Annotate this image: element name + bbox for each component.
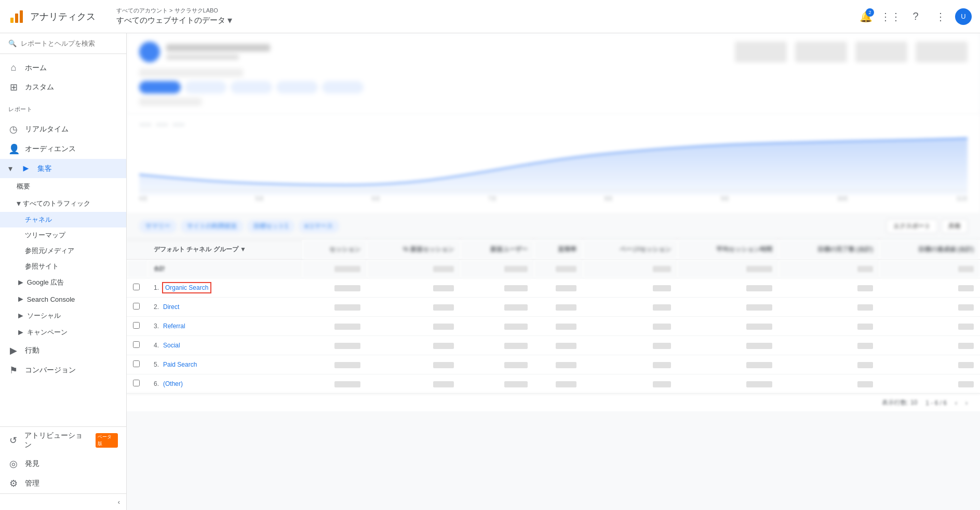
table-tab-goals: 目標セット1: [247, 220, 294, 233]
data-cell: [460, 317, 534, 336]
data-cell: [583, 298, 677, 317]
discover-icon: ◎: [8, 458, 19, 469]
header-pages-per-session[interactable]: ページ/セッション: [583, 240, 677, 260]
row-checkbox[interactable]: [133, 284, 140, 290]
share-button[interactable]: 共有: [942, 219, 968, 233]
app-title: アナリティクス: [30, 10, 96, 23]
channel-cell: 5.Paid Search: [147, 355, 302, 374]
row-checkbox[interactable]: [133, 360, 140, 367]
channels-label: チャネル: [25, 216, 52, 223]
blurred-title: [166, 44, 270, 51]
channel-link[interactable]: Referral: [163, 323, 185, 330]
logo-area: アナリティクス: [8, 8, 112, 25]
next-page-button[interactable]: ›: [965, 399, 968, 407]
sidebar-item-admin[interactable]: ⚙ 管理: [0, 474, 126, 493]
channel-cell: 6.(Other): [147, 374, 302, 394]
svg-rect-1: [15, 14, 18, 23]
blurred-title-area: [139, 42, 270, 62]
channel-link[interactable]: Direct: [163, 303, 179, 311]
social-expand-icon: ►: [17, 311, 25, 320]
row-checkbox[interactable]: [133, 380, 140, 386]
attribution-icon: ↺: [8, 435, 18, 446]
notifications-button[interactable]: 🔔 2: [855, 6, 876, 27]
google-ads-expand-icon: ►: [17, 278, 25, 287]
data-cell: [677, 317, 778, 336]
sidebar-item-acquisition[interactable]: ▾ ► 集客: [0, 159, 126, 178]
sidebar-item-treemap[interactable]: ツリーマップ: [0, 227, 126, 243]
data-cell: [460, 298, 534, 317]
realtime-icon: ◷: [8, 124, 19, 135]
social-label: ソーシャル: [27, 311, 61, 320]
row-checkbox[interactable]: [133, 322, 140, 329]
blurred-metric-3: [855, 42, 907, 62]
sidebar-item-social[interactable]: ► ソーシャル: [0, 307, 126, 324]
behavior-icon: ▶: [8, 345, 19, 356]
header-bounce-rate[interactable]: 直帰率: [534, 240, 583, 260]
data-cell: [778, 278, 879, 298]
sidebar-item-conversions-label: コンバージョン: [25, 366, 76, 375]
sidebar-item-realtime[interactable]: ◷ リアルタイム: [0, 119, 126, 139]
sidebar-item-custom[interactable]: ⊞ カスタム: [0, 77, 126, 97]
sidebar-item-custom-label: カスタム: [25, 83, 54, 92]
pagination-info: 1 - 6 / 6: [925, 399, 947, 407]
channel-link[interactable]: Organic Search: [163, 283, 210, 292]
sidebar-item-home[interactable]: ⌂ ホーム: [0, 58, 126, 77]
apps-icon: ⋮⋮: [880, 10, 901, 23]
row-checkbox[interactable]: [133, 341, 140, 348]
table-actions: エクスポート 共有: [887, 219, 968, 233]
header-goal-completions[interactable]: 目標の完了数 (合計): [778, 240, 879, 260]
campaigns-label: キャンペーン: [27, 328, 68, 337]
property-selector[interactable]: すべてのウェブサイトのデータ ▾: [116, 15, 855, 26]
search-console-expand-icon: ►: [17, 294, 25, 304]
referrals-label: 参照サイト: [25, 262, 59, 270]
help-button[interactable]: ?: [905, 6, 926, 27]
sidebar-item-source-medium[interactable]: 参照元/メディア: [0, 243, 126, 259]
channel-link[interactable]: Paid Search: [163, 361, 197, 368]
channel-link[interactable]: Social: [163, 342, 180, 349]
content-area: 4月 5月 6月 7月 8月 9月 10月 11月 サマリー サイトの利用状況 …: [127, 33, 980, 510]
chart-section: 4月 5月 6月 7月 8月 9月 10月 11月: [127, 114, 980, 213]
data-cell: [583, 336, 677, 355]
data-cell: [302, 374, 367, 394]
row-checkbox[interactable]: [133, 303, 140, 310]
analytics-logo: [8, 8, 25, 25]
chart-area: [139, 133, 968, 195]
nav-main: ⌂ ホーム ⊞ カスタム: [0, 54, 126, 101]
beta-badge: ベータ版: [96, 433, 118, 448]
search-input[interactable]: [21, 39, 118, 47]
header-new-users[interactable]: 新規ユーザー: [460, 240, 534, 260]
sidebar-item-google-ads[interactable]: ► Google 広告: [0, 274, 126, 291]
table-header-row: デフォルト チャネル グループ ▼ セッション % 新規セッション 新規ユーザー…: [127, 240, 980, 260]
export-button[interactable]: エクスポート: [887, 219, 937, 233]
header-channel[interactable]: デフォルト チャネル グループ ▼: [147, 240, 302, 260]
sidebar-item-discover[interactable]: ◎ 発見: [0, 454, 126, 474]
sidebar-item-attribution[interactable]: ↺ アトリビューション ベータ版: [0, 427, 126, 454]
header-new-session-pct[interactable]: % 新規セッション: [367, 240, 460, 260]
more-options-button[interactable]: ⋮: [930, 6, 951, 27]
sidebar-item-referrals[interactable]: 参照サイト: [0, 259, 126, 274]
data-cell: [677, 374, 778, 394]
sidebar-bottom: ↺ アトリビューション ベータ版 ◎ 発見 ⚙ 管理 ‹: [0, 426, 126, 510]
header-sessions[interactable]: セッション: [302, 240, 367, 260]
apps-button[interactable]: ⋮⋮: [880, 6, 901, 27]
data-cell: [583, 278, 677, 298]
header-goal-value[interactable]: 目標の達成値 (合計): [879, 240, 980, 260]
sidebar-item-behavior[interactable]: ▶ 行動: [0, 341, 126, 360]
user-avatar[interactable]: U: [955, 8, 972, 25]
sidebar-item-campaigns[interactable]: ► キャンペーン: [0, 324, 126, 341]
table-summary-row: 合計: [127, 260, 980, 278]
sidebar-item-conversions[interactable]: ⚑ コンバージョン: [0, 360, 126, 380]
sidebar-item-channels[interactable]: チャネル: [0, 212, 126, 227]
data-cell: [367, 278, 460, 298]
data-cell: [778, 374, 879, 394]
prev-page-button[interactable]: ‹: [955, 399, 957, 407]
sidebar-item-audience[interactable]: 👤 オーディエンス: [0, 139, 126, 159]
sidebar-item-search-console[interactable]: ► Search Console: [0, 291, 126, 307]
channel-link[interactable]: (Other): [163, 380, 183, 387]
header-avg-session-duration[interactable]: 平均セッション時間: [677, 240, 778, 260]
sidebar-item-all-traffic[interactable]: ▾ すべてのトラフィック: [0, 195, 126, 212]
data-cell: [583, 355, 677, 374]
chart-tab-1: [139, 123, 152, 127]
sidebar-collapse-button[interactable]: ‹: [0, 493, 126, 510]
sidebar-item-overview[interactable]: 概要: [0, 178, 126, 195]
